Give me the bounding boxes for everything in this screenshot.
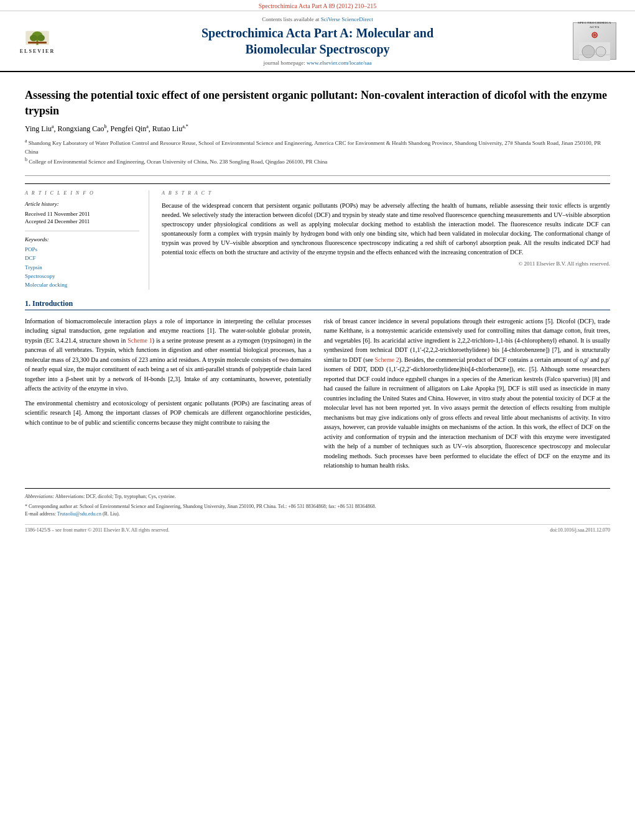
svg-point-4 (37, 34, 45, 41)
keywords-label: Keywords: (25, 236, 139, 242)
article-content: Assessing the potential toxic effect of … (0, 72, 635, 545)
journal-citation-bar: Spectrochimica Acta Part A 89 (2012) 210… (0, 0, 635, 11)
journal-citation: Spectrochimica Acta Part A 89 (2012) 210… (259, 2, 376, 9)
introduction-section: 1. Introduction Information of biomacrom… (25, 299, 610, 476)
journal-homepage: journal homepage: www.elsevier.com/locat… (75, 60, 560, 66)
elsevier-logo-area: ELSEVIER (6, 29, 68, 54)
page-wrapper: Spectrochimica Acta Part A 89 (2012) 210… (0, 0, 635, 545)
affiliation-b: b College of Environmental Science and E… (25, 156, 610, 167)
keywords-list: POPsDCFTrypsinSpectroscopyMolecular dock… (25, 245, 139, 290)
homepage-url[interactable]: www.elsevier.com/locate/saa (307, 60, 371, 66)
footer-corresponding: * Corresponding author at: School of Env… (25, 503, 610, 518)
accepted-date: Accepted 24 December 2011 (25, 218, 139, 224)
authors-line: Ying Liua, Rongxiang Caob, Pengfei Qina,… (25, 124, 610, 134)
footer-email-person: (R. Liu). (103, 511, 120, 517)
keywords-section: Keywords: POPsDCFTrypsinSpectroscopyMole… (25, 231, 139, 290)
svg-point-3 (30, 34, 37, 41)
footer-doi: doi:10.1016/j.saa.2011.12.070 (550, 527, 610, 533)
contents-line: Contents lists available at SciVerse Sci… (75, 16, 560, 22)
footer-email-link[interactable]: Trutaoliu@sdu.edu.cn (57, 511, 101, 517)
intro-col-right: risk of breast cancer incidence in sever… (324, 316, 611, 476)
introduction-body: Information of biomacromolecule interact… (25, 316, 610, 476)
affiliation-a: a Shandong Key Laboratory of Water Pollu… (25, 137, 610, 156)
abstract-label: A B S T R A C T (162, 190, 610, 196)
affiliations: a Shandong Key Laboratory of Water Pollu… (25, 137, 610, 167)
scheme2-link[interactable]: Scheme 2 (375, 356, 399, 363)
section-header: 1. Introduction (25, 299, 610, 310)
received-date: Received 11 November 2011 (25, 211, 139, 217)
journal-logo: SPECTROCHIMICAACTA ⊛ (573, 22, 616, 60)
copyright-line: © 2011 Elsevier B.V. All rights reserved… (162, 261, 610, 267)
article-history-label: Article history: (25, 201, 139, 207)
sciverse-link[interactable]: SciVerse ScienceDirect (321, 16, 373, 22)
journal-title-area: Contents lists available at SciVerse Sci… (68, 16, 567, 66)
article-title-section: Assessing the potential toxic effect of … (25, 78, 610, 176)
svg-rect-5 (28, 42, 47, 44)
elsevier-tree-icon (22, 29, 53, 47)
article-info-col: A R T I C L E I N F O Article history: R… (25, 190, 149, 290)
footer-left: Abbreviations: Abbreviations: DCF, dicof… (25, 494, 610, 518)
intro-para-1: Information of biomacromolecule interact… (25, 316, 312, 394)
svg-point-8 (596, 47, 606, 57)
article-info-label: A R T I C L E I N F O (25, 190, 139, 196)
intro-para-3: risk of breast cancer incidence in sever… (324, 316, 611, 471)
abstract-text: Because of the widespread concern that p… (162, 201, 610, 257)
elsevier-brand: ELSEVIER (20, 48, 55, 54)
footer-section: Abbreviations: Abbreviations: DCF, dicof… (25, 488, 610, 533)
scheme1-link[interactable]: Scheme 1 (127, 337, 152, 344)
intro-para-2: The environmental chemistry and ecotoxic… (25, 399, 312, 428)
article-info-abstract: A R T I C L E I N F O Article history: R… (25, 183, 610, 290)
article-title: Assessing the potential toxic effect of … (25, 88, 610, 119)
abstract-col: A B S T R A C T Because of the widesprea… (162, 190, 610, 290)
footer-issn: 1386-1425/$ – see front matter © 2011 El… (25, 527, 169, 533)
svg-point-7 (582, 45, 595, 58)
footer-abbreviations: Abbreviations: Abbreviations: DCF, dicof… (25, 494, 610, 499)
intro-col-left: Information of biomacromolecule interact… (25, 316, 312, 476)
journal-title: Spectrochimica Acta Part A: Molecular an… (75, 25, 560, 57)
journal-logo-area: SPECTROCHIMICAACTA ⊛ (567, 22, 623, 60)
footer-notes: Abbreviations: Abbreviations: DCF, dicof… (25, 494, 610, 518)
footer-bottom: 1386-1425/$ – see front matter © 2011 El… (25, 524, 610, 533)
footer-email-label: E-mail address: (25, 511, 56, 517)
journal-header: ELSEVIER Contents lists available at Sci… (0, 11, 635, 72)
